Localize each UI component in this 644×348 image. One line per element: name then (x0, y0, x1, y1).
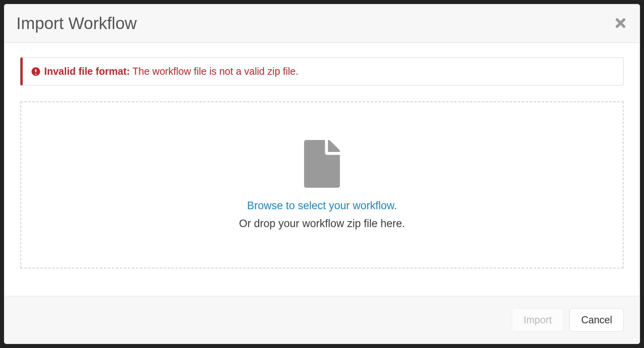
cancel-button[interactable]: Cancel (570, 308, 624, 332)
error-text: Invalid file format: The workflow file i… (44, 66, 299, 77)
import-button[interactable]: Import (512, 308, 563, 332)
import-workflow-modal: Import Workflow Invalid file format: The… (4, 4, 640, 344)
modal-header: Import Workflow (4, 4, 640, 43)
close-icon[interactable] (613, 16, 628, 31)
modal-body: Invalid file format: The workflow file i… (4, 43, 640, 296)
modal-footer: Import Cancel (4, 296, 640, 344)
file-dropzone[interactable]: Browse to select your workflow. Or drop … (20, 101, 624, 268)
exclamation-circle-icon (31, 67, 40, 76)
browse-link[interactable]: Browse to select your workflow. (247, 200, 397, 212)
error-title: Invalid file format: (44, 66, 130, 77)
error-message: The workflow file is not a valid zip fil… (133, 66, 299, 77)
file-icon (302, 140, 342, 188)
error-alert: Invalid file format: The workflow file i… (20, 57, 624, 86)
modal-title: Import Workflow (16, 14, 137, 33)
drop-hint: Or drop your workflow zip file here. (239, 218, 405, 230)
